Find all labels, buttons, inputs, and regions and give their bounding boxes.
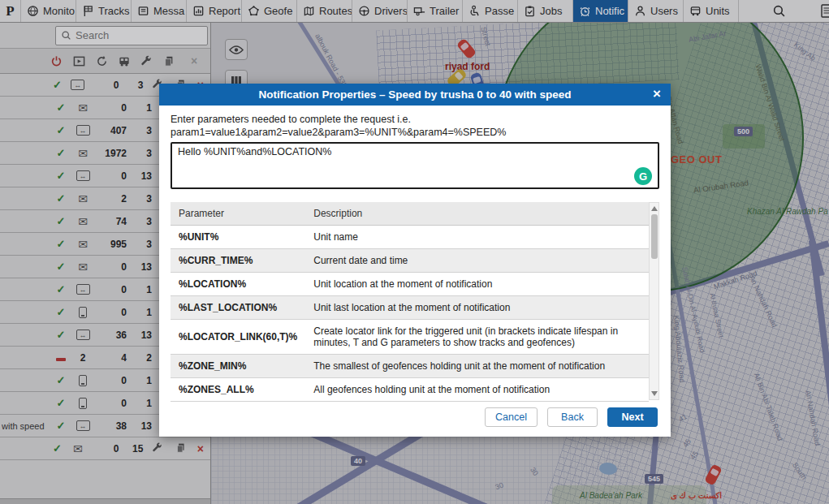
globe-icon bbox=[27, 5, 39, 17]
mobile-action-icon bbox=[71, 398, 94, 409]
enabled-check-icon[interactable]: ✓ bbox=[47, 442, 67, 454]
copy-icon[interactable] bbox=[163, 55, 179, 67]
table-row[interactable]: %UNIT% Unit name bbox=[171, 226, 649, 249]
close-icon[interactable]: × bbox=[653, 86, 661, 102]
trigger-count: 0 bbox=[94, 102, 127, 114]
enabled-check-icon[interactable]: ✓ bbox=[50, 215, 71, 227]
mail-action-icon: ✉ bbox=[71, 192, 94, 205]
table-row[interactable]: %ZONES_ALL% All geofences holding unit a… bbox=[171, 378, 649, 402]
route-shield: 40 bbox=[351, 456, 365, 466]
map-visibility-button[interactable] bbox=[225, 39, 248, 60]
delete-icon[interactable]: × bbox=[191, 442, 210, 455]
mail-action-icon: ✉ bbox=[71, 215, 94, 228]
table-header-row: Parameter Description bbox=[171, 202, 649, 226]
enabled-check-icon[interactable]: ✓ bbox=[50, 147, 71, 159]
enabled-check-icon[interactable]: ✓ bbox=[50, 261, 71, 273]
enabled-check-icon[interactable]: ✓ bbox=[50, 101, 71, 114]
properties-wrench-icon[interactable] bbox=[140, 55, 157, 67]
unit-count: 3 bbox=[138, 193, 152, 205]
tab-messages[interactable]: Messa bbox=[132, 0, 187, 22]
tab-label: Drivers bbox=[374, 5, 408, 17]
enabled-check-icon[interactable]: ✓ bbox=[50, 329, 71, 341]
description-cell: All geofences holding unit at the moment… bbox=[305, 378, 649, 402]
search-box[interactable] bbox=[55, 26, 208, 45]
back-button[interactable]: Back bbox=[547, 407, 598, 427]
scrollbar-thumb[interactable] bbox=[651, 214, 658, 259]
unit-count: 3 bbox=[130, 80, 143, 91]
unit-icon[interactable] bbox=[118, 55, 134, 67]
nav-search-button[interactable] bbox=[760, 0, 797, 22]
table-scrollbar[interactable] bbox=[649, 202, 659, 400]
panel-resize-bar[interactable] bbox=[0, 498, 210, 504]
tab-label: Passe bbox=[485, 5, 514, 17]
trigger-count: 0 bbox=[94, 170, 127, 182]
tab-drivers[interactable]: Drivers bbox=[352, 0, 408, 22]
enabled-check-icon[interactable]: ✓ bbox=[50, 420, 71, 432]
mail-action-icon: ✉ bbox=[71, 261, 94, 274]
enabled-check-icon[interactable]: ✓ bbox=[50, 238, 71, 250]
parameters-table: Parameter Description %UNIT% Unit name %… bbox=[171, 202, 649, 402]
message-text-input[interactable]: Hello %UNIT%and%LOCATION% bbox=[171, 142, 659, 189]
wrench-icon[interactable] bbox=[143, 442, 171, 455]
refresh-icon[interactable] bbox=[96, 55, 112, 67]
tab-monitoring[interactable]: Monito bbox=[21, 0, 76, 22]
parameter-cell: %ZONES_ALL% bbox=[171, 378, 305, 402]
tab-trailers[interactable]: Trailer bbox=[408, 0, 463, 22]
tab-tracks[interactable]: Tracks bbox=[76, 0, 132, 22]
alarm-clock-icon bbox=[579, 5, 591, 17]
tab-routes[interactable]: Routes bbox=[297, 0, 352, 22]
tab-label: Monito bbox=[43, 5, 75, 17]
enabled-check-icon[interactable]: ✓ bbox=[50, 374, 71, 386]
mobile-action-icon bbox=[71, 307, 94, 318]
enabled-check-icon[interactable]: ✓ bbox=[50, 306, 71, 318]
tab-label: Geofe bbox=[264, 5, 292, 17]
unit-count: 2 bbox=[138, 352, 152, 364]
table-row[interactable]: %CURR_TIME% Current date and time bbox=[171, 249, 649, 273]
next-button[interactable]: Next bbox=[607, 407, 658, 427]
enabled-check-icon[interactable]: ✓ bbox=[50, 170, 71, 182]
copy-icon[interactable] bbox=[171, 442, 190, 455]
execute-command-icon[interactable] bbox=[73, 55, 89, 67]
table-row[interactable]: %LAST_LOCATION% Unit last location at th… bbox=[171, 296, 649, 320]
unit-count: 1 bbox=[138, 102, 152, 114]
tab-notifications[interactable]: Notific bbox=[573, 0, 628, 22]
street-label: albouk Road - 535 bbox=[313, 32, 348, 89]
popup-action-icon: ↔ bbox=[67, 80, 89, 90]
top-navigation: P Monito Tracks Messa Report Geofe Route… bbox=[0, 0, 829, 23]
popup-action-icon: ↔ bbox=[71, 284, 94, 295]
table-row[interactable]: %ZONE_MIN% The smallest of geofences hol… bbox=[171, 355, 649, 378]
steering-wheel-icon bbox=[358, 5, 370, 17]
unit-count: 3 bbox=[138, 125, 152, 136]
scroll-up-icon[interactable] bbox=[651, 206, 658, 211]
power-toggle-icon[interactable] bbox=[50, 55, 67, 67]
geofence-label: GEO OUT bbox=[671, 153, 722, 166]
trigger-count: 0 bbox=[94, 284, 127, 295]
notification-row[interactable]: ✓ ✉ 0 15 × bbox=[0, 437, 210, 460]
enabled-check-icon[interactable]: ✓ bbox=[50, 283, 71, 295]
tab-jobs[interactable]: Jobs bbox=[518, 0, 573, 22]
trigger-count: 0 bbox=[89, 80, 119, 91]
table-row[interactable]: %LOCATION% Unit location at the moment o… bbox=[171, 273, 649, 296]
enabled-check-icon[interactable]: ✓ bbox=[50, 124, 71, 136]
tab-geofences[interactable]: Geofe bbox=[242, 0, 297, 22]
tab-reports[interactable]: Report bbox=[187, 0, 242, 22]
search-input[interactable] bbox=[76, 29, 189, 41]
unit-count: 1 bbox=[138, 398, 152, 409]
dialog-header[interactable]: Notification Properties – Speed by trush… bbox=[159, 84, 671, 106]
mobile-action-icon bbox=[71, 375, 94, 386]
delete-icon[interactable]: × bbox=[186, 54, 202, 67]
unit-count: 3 bbox=[138, 216, 152, 227]
unit-count: 13 bbox=[138, 420, 152, 432]
cancel-button[interactable]: Cancel bbox=[485, 407, 538, 427]
notifications-toolbar: × bbox=[0, 49, 210, 74]
tab-passengers[interactable]: Passe bbox=[463, 0, 518, 22]
enabled-check-icon[interactable]: ✓ bbox=[50, 397, 71, 409]
table-row[interactable]: %LOCATOR_LINK(60,T)% Create locator link… bbox=[171, 320, 649, 355]
tab-users[interactable]: Users bbox=[628, 0, 684, 22]
grammarly-icon[interactable]: G bbox=[634, 167, 652, 185]
disabled-dash-icon[interactable] bbox=[50, 351, 71, 364]
enabled-check-icon[interactable]: ✓ bbox=[47, 79, 67, 91]
tab-units[interactable]: Units bbox=[684, 0, 739, 22]
scroll-down-icon[interactable] bbox=[651, 391, 658, 396]
enabled-check-icon[interactable]: ✓ bbox=[50, 192, 71, 205]
